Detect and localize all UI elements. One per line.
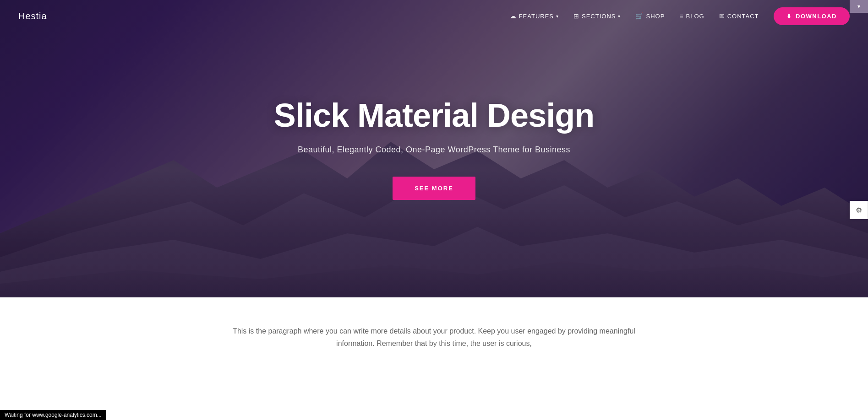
site-logo: Hestia: [18, 11, 47, 22]
mail-icon: ✉: [719, 12, 725, 20]
lower-paragraph: This is the paragraph where you can writ…: [228, 325, 640, 350]
main-nav: Hestia ☁ FEATURES ▾ ⊞ SECTIONS ▾ 🛒 SHOP …: [0, 0, 868, 32]
status-text: Waiting for www.google-analytics.com...: [5, 412, 102, 418]
hero-subtitle: Beautiful, Elegantly Coded, One-Page Wor…: [274, 145, 594, 155]
hero-title: Slick Material Design: [274, 97, 594, 134]
corner-toggle-button[interactable]: ▾: [850, 0, 868, 13]
cloud-icon: ☁: [510, 12, 517, 20]
nav-item-contact[interactable]: ✉ CONTACT: [719, 12, 759, 20]
see-more-button[interactable]: SEE MORE: [393, 177, 475, 200]
download-button[interactable]: ⬇ DOWNLOAD: [774, 7, 850, 25]
chevron-down-icon: ▾: [857, 3, 860, 10]
nav-item-features[interactable]: ☁ FEATURES ▾: [510, 12, 559, 20]
grid-icon: ⊞: [573, 12, 579, 20]
nav-item-shop[interactable]: 🛒 SHOP: [635, 12, 665, 20]
cart-icon: 🛒: [635, 12, 644, 20]
settings-toggle-button[interactable]: ⚙: [850, 201, 868, 219]
hero-section: Slick Material Design Beautiful, Elegant…: [0, 0, 868, 297]
nav-item-sections[interactable]: ⊞ SECTIONS ▾: [573, 12, 621, 20]
blog-icon: ≡: [679, 12, 683, 20]
chevron-down-icon: ▾: [556, 14, 559, 19]
status-bar: Waiting for www.google-analytics.com...: [0, 410, 106, 420]
nav-item-blog[interactable]: ≡ BLOG: [679, 12, 704, 20]
nav-links: ☁ FEATURES ▾ ⊞ SECTIONS ▾ 🛒 SHOP ≡ BLOG …: [510, 7, 850, 25]
download-icon: ⬇: [786, 13, 792, 20]
gear-icon: ⚙: [856, 206, 862, 215]
hero-content: Slick Material Design Beautiful, Elegant…: [265, 97, 603, 199]
chevron-down-icon: ▾: [618, 14, 621, 19]
lower-section: This is the paragraph where you can writ…: [0, 297, 868, 420]
